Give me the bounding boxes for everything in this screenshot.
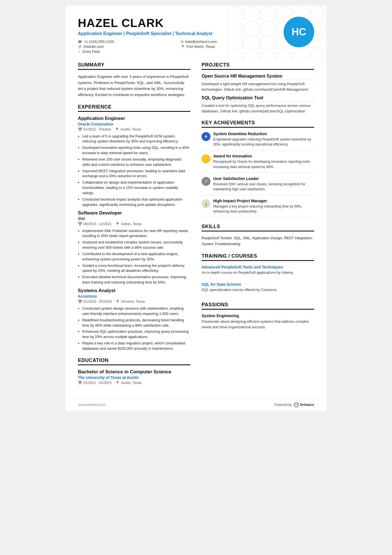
skills-section-title: SKILLS <box>202 224 314 231</box>
bullet: Contributed to the development of a new … <box>82 251 190 262</box>
education-entry: Bachelor of Science in Computer Science … <box>78 369 190 385</box>
training-2: SQL for Data Science SQL specialization … <box>202 282 314 296</box>
summary-text: Application Engineer with over 3 years o… <box>78 74 190 98</box>
bullet: Improved REST integration processes, lea… <box>82 169 190 179</box>
edu-school: The University of Texas at Austin <box>78 375 190 380</box>
edu-meta: 📅 01/2011 - 01/2015 📍 Austin, Texas <box>78 381 190 385</box>
email-icon: ✉ <box>181 40 183 44</box>
location-icon: 📍 <box>181 45 185 49</box>
training-1-desc: An in-depth course on PeopleSoft applica… <box>202 270 314 279</box>
bullet: Developed innovative reporting tools usi… <box>82 145 190 156</box>
achievement-2: ⚡ Award for Innovation Recognized by Ora… <box>202 154 314 173</box>
header: HAZEL CLARK Application Engineer | Peopl… <box>78 17 314 54</box>
bullet: Led a team of 5 in upgrading the PeopleS… <box>82 134 190 144</box>
enhancv-logo: Enhancv <box>294 402 314 408</box>
contact-email: ✉ help@enhancv.com <box>181 40 278 44</box>
projects-section-title: PROJECTS <box>202 62 314 70</box>
candidate-title: Application Engineer | PeopleSoft Specia… <box>78 31 278 36</box>
edu-location: 📍 Austin, Texas <box>115 381 142 385</box>
edu-date: 📅 01/2011 - 01/2015 <box>78 381 111 385</box>
achievement-4-desc: Managed a key project reducing onboardin… <box>213 204 314 214</box>
location-icon-edu: 📍 <box>115 381 120 385</box>
contact-linkedin: 🔗 linkedin.com <box>78 45 175 49</box>
footer-brand: Powered by Enhancv <box>274 402 314 408</box>
contact-phone: ☎ +1-(234)-555-1234 <box>78 40 175 44</box>
job-2-date: 📅 06/2018 - 12/2021 <box>78 222 111 226</box>
achievement-2-icon: ⚡ <box>202 154 210 163</box>
contact-location: 📍 Fort Worth, Texas <box>181 45 278 49</box>
bullet: Redefined troubleshooting protocols, dec… <box>82 318 190 328</box>
calendar-icon-3: 📅 <box>78 300 82 304</box>
training-section-title: TRAINING / COURSES <box>202 253 314 261</box>
achievement-1-desc: Engineered upgrades reducing PeopleSoft … <box>213 137 314 147</box>
achievement-2-title: Award for Innovation <box>213 154 314 158</box>
linkedin-icon: 🔗 <box>78 45 82 49</box>
project-2-title: SQL Query Optimization Tool <box>202 95 314 102</box>
bullet: Resolved over 200 user issues annually, … <box>82 157 190 167</box>
achievement-1-icon: ♥ <box>202 132 210 141</box>
job-1-bullets: Led a team of 5 in upgrading the PeopleS… <box>78 134 190 208</box>
job-3: Systems Analyst Accenture 📅 01/2016 - 05… <box>78 288 190 351</box>
achievement-4-title: High-Impact Project Manager <box>213 199 314 203</box>
job-3-location: 📍 Houston, Texas <box>115 300 145 304</box>
skills-text: PeopleSoft Toolset, SQL, XML, Applicatio… <box>202 235 314 247</box>
job-1-title: Application Engineer <box>78 116 190 121</box>
bullet: Conducted system design sessions with st… <box>82 306 190 317</box>
training-2-desc: SQL specialization course offered by Cou… <box>202 287 314 296</box>
location-icon-2: 📍 <box>115 222 120 226</box>
training-1: Advanced PeopleSoft Tools and Techniques… <box>202 265 314 279</box>
contact-grid: ☎ +1-(234)-555-1234 ✉ help@enhancv.com 🔗… <box>78 40 278 54</box>
summary-section-title: SUMMARY <box>78 62 190 70</box>
achievement-1: ♥ System Downtime Reduction Engineered u… <box>202 132 314 151</box>
calendar-icon-2: 📅 <box>78 222 82 226</box>
edu-degree: Bachelor of Science in Computer Science <box>78 369 190 375</box>
achievement-3: ↗ User Satisfaction Leader Resolved 200+… <box>202 176 314 195</box>
bullet: Played a key role in a data migration pr… <box>82 341 190 351</box>
passion-1-desc: Passionate about designing efficient sys… <box>202 319 314 330</box>
job-1-meta: 📅 01/2022 - Present 📍 Austin, Texas <box>78 127 190 132</box>
job-1-company: Oracle Corporation <box>78 122 190 126</box>
job-2-company: IBM <box>78 216 190 221</box>
training-1-title: Advanced PeopleSoft Tools and Techniques <box>202 265 314 269</box>
left-column: SUMMARY Application Engineer with over 3… <box>78 62 190 387</box>
footer: www.enhancv.com Powered by Enhancv <box>65 398 327 411</box>
achievement-2-desc: Recognized by Oracle for developing inno… <box>213 159 314 169</box>
experience-section-title: EXPERIENCE <box>78 104 190 112</box>
project-1-desc: Developed a light-weight HR management t… <box>202 81 314 92</box>
achievement-1-title: System Downtime Reduction <box>213 132 314 136</box>
training-2-title: SQL for Data Science <box>202 282 314 287</box>
project-1-title: Open Source HR Management System <box>202 74 314 80</box>
bullet: Conducted technical impact analysis that… <box>82 197 190 208</box>
achievement-3-desc: Resolved 200+ annual user issues, receiv… <box>213 182 314 192</box>
job-2-location: 📍 Dallas, Texas <box>115 222 142 226</box>
achievement-3-icon: ↗ <box>202 177 210 186</box>
main-content: SUMMARY Application Engineer with over 3… <box>78 62 314 387</box>
brand-name: Enhancv <box>300 403 314 407</box>
passions-section-title: PASSIONS <box>202 302 314 310</box>
footer-website: www.enhancv.com <box>78 403 105 407</box>
achievement-4-icon: 💡 <box>202 199 210 208</box>
candidate-name: HAZEL CLARK <box>78 17 278 29</box>
education-section-title: EDUCATION <box>78 357 190 365</box>
bullet: Implemented XML Publisher solutions for … <box>82 228 190 239</box>
job-3-company: Accenture <box>78 294 190 299</box>
job-1-date: 📅 01/2022 - Present <box>78 127 111 132</box>
project-2-desc: Created a tool for optimizing SQL query … <box>202 103 314 114</box>
job-3-meta: 📅 01/2016 - 05/2018 📍 Houston, Texas <box>78 300 190 304</box>
job-1: Application Engineer Oracle Corporation … <box>78 116 190 208</box>
calendar-icon-edu: 📅 <box>78 381 82 385</box>
bullet: Analyzed and troubleshot complex system … <box>82 240 190 250</box>
job-1-location: 📍 Austin, Texas <box>115 127 141 132</box>
avatar: HC <box>284 17 314 47</box>
job-3-date: 📅 01/2016 - 05/2018 <box>78 300 111 304</box>
star-icon: ☆ <box>78 50 81 54</box>
job-2-meta: 📅 06/2018 - 12/2021 📍 Dallas, Texas <box>78 222 190 226</box>
contact-extra: ☆ Extra Field <box>78 50 175 54</box>
location-icon-1: 📍 <box>115 127 119 132</box>
bullet: Enhanced SQL optimization practices, imp… <box>82 329 190 340</box>
bullet: Collaborated on design and implementatio… <box>82 180 190 196</box>
phone-icon: ☎ <box>78 40 82 44</box>
achievements-section-title: KEY ACHIEVEMENTS <box>202 120 314 128</box>
job-2-bullets: Implemented XML Publisher solutions for … <box>78 228 190 285</box>
job-2-title: Software Developer <box>78 210 190 216</box>
